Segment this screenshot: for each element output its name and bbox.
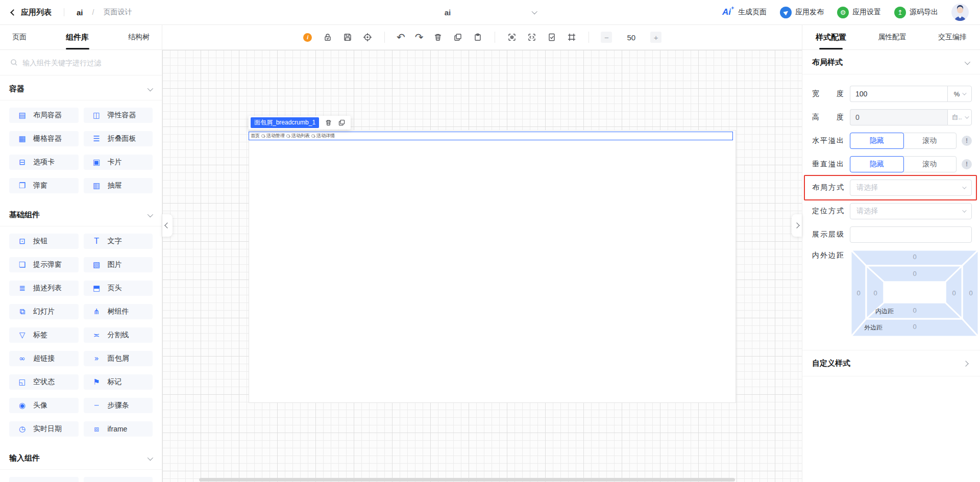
zoom-out-button[interactable]: − <box>601 32 612 43</box>
tab-component-library[interactable]: 组件库 <box>66 25 89 49</box>
tab-interaction[interactable]: 交互编排 <box>938 25 967 49</box>
unlock-icon[interactable] <box>323 32 333 42</box>
margin-top-value[interactable]: 0 <box>913 253 916 261</box>
delete-icon[interactable] <box>433 32 443 42</box>
design-canvas[interactable]: 首页 活动管理 活动列表 活动详情 面包屑_breadcrumb_1 <box>162 50 802 482</box>
padding-bottom-value[interactable]: 0 <box>913 307 916 314</box>
undo-icon[interactable]: ↶ <box>397 32 405 42</box>
z-index-input[interactable] <box>850 226 972 243</box>
horizontal-scrollbar[interactable] <box>199 478 735 481</box>
width-input[interactable] <box>850 86 947 102</box>
app-settings-button[interactable]: ⚙ 应用设置 <box>837 7 881 18</box>
component-card-avatar[interactable]: ◉头像 <box>9 398 79 413</box>
copy-icon[interactable] <box>453 32 463 42</box>
tab-props-config[interactable]: 属性配置 <box>878 25 906 49</box>
target-icon[interactable] <box>362 32 373 42</box>
zoom-in-button[interactable]: + <box>650 32 662 43</box>
artboard-icon[interactable] <box>567 32 577 42</box>
generate-page-button[interactable]: Ai 生成页面 <box>722 7 767 17</box>
position-mode-select[interactable]: 请选择 <box>850 203 972 219</box>
component-card-flex-container[interactable]: ◫弹性容器 <box>84 108 153 123</box>
height-unit-select[interactable]: 自.. <box>947 109 972 125</box>
padding-left-value[interactable]: 0 <box>873 289 877 297</box>
component-card-breadcrumb[interactable]: »面包屑 <box>84 351 153 366</box>
component-card-card[interactable]: ▣卡片 <box>84 155 153 170</box>
component-card-drawer[interactable]: ▥抽屉 <box>84 178 153 193</box>
back-icon[interactable] <box>10 9 17 16</box>
component-card-live-date[interactable]: ◷实时日期 <box>9 421 79 437</box>
duplicate-component-icon[interactable] <box>338 119 346 126</box>
search-input[interactable] <box>22 59 152 67</box>
component-card-tooltip-popup[interactable]: ❏提示弹窗 <box>9 257 79 272</box>
section-input-header[interactable]: 输入组件 <box>0 445 162 470</box>
margin-left-value[interactable]: 0 <box>856 289 860 297</box>
paste-icon[interactable] <box>473 32 483 42</box>
layout-mode-label: 布局方式 <box>812 183 844 192</box>
layout-style-section-header[interactable]: 布局样式 <box>802 50 980 74</box>
collapse-left-panel-handle[interactable] <box>162 214 173 237</box>
info-button[interactable]: i <box>303 32 313 42</box>
component-card-collapse-panel[interactable]: ☰折叠面板 <box>84 131 153 146</box>
page-artboard[interactable] <box>249 130 736 403</box>
component-card-badge[interactable]: ⚑标记 <box>84 374 153 390</box>
layout-mode-select[interactable]: 请选择 <box>850 180 972 196</box>
custom-style-title: 自定义样式 <box>812 359 850 368</box>
component-card[interactable] <box>9 477 79 482</box>
component-card-tag[interactable]: ▽标签 <box>9 327 79 343</box>
padding-top-value[interactable]: 0 <box>913 270 916 277</box>
component-card[interactable] <box>84 477 153 482</box>
component-card-modal[interactable]: ❐弹窗 <box>9 178 79 193</box>
section-basic-header[interactable]: 基础组件 <box>0 201 162 226</box>
component-card-text[interactable]: T文字 <box>84 234 153 249</box>
chevron-down-icon <box>148 454 153 460</box>
box-model-diagram[interactable]: 0 0 0 0 0 0 0 0 内边距 外边距 <box>851 250 978 337</box>
preview-icon[interactable] <box>507 32 517 42</box>
component-card-tree[interactable]: ⋔树组件 <box>84 304 153 319</box>
source-export-button[interactable]: ↥ 源码导出 <box>894 7 938 18</box>
component-card-page-header[interactable]: ⬒页头 <box>84 281 153 296</box>
component-card-empty-state[interactable]: ◱空状态 <box>9 374 79 390</box>
carousel-icon: ⧉ <box>18 307 27 316</box>
tab-structure-tree[interactable]: 结构树 <box>128 25 150 49</box>
component-card-hyperlink[interactable]: ∞超链接 <box>9 351 79 366</box>
save-icon[interactable] <box>342 32 353 42</box>
tab-style-config[interactable]: 样式配置 <box>816 25 846 49</box>
overflow-scroll-option[interactable]: 滚动 <box>903 133 957 148</box>
selected-breadcrumb-component[interactable]: 首页 活动管理 活动列表 活动详情 <box>249 132 733 140</box>
tab-pages[interactable]: 页面 <box>12 25 27 49</box>
page-selector[interactable]: ai <box>445 8 536 17</box>
component-card-image[interactable]: ▧图片 <box>84 257 153 272</box>
overflow-hide-option[interactable]: 隐藏 <box>850 156 904 172</box>
overflow-scroll-option[interactable]: 滚动 <box>903 157 957 172</box>
back-to-app-list[interactable]: 应用列表 <box>21 8 52 17</box>
collapse-right-panel-handle[interactable] <box>792 214 802 237</box>
component-card-carousel[interactable]: ⧉幻灯片 <box>9 304 79 319</box>
custom-style-section-header[interactable]: 自定义样式 <box>802 350 980 376</box>
margin-right-value[interactable]: 0 <box>969 289 972 297</box>
info-icon[interactable]: ! <box>962 159 972 169</box>
padding-right-value[interactable]: 0 <box>952 289 955 297</box>
width-unit-select[interactable]: % <box>947 86 972 102</box>
component-card-steps[interactable]: ┄步骤条 <box>84 398 153 413</box>
chevron-down-icon <box>148 85 153 91</box>
margin-bottom-value[interactable]: 0 <box>913 323 916 331</box>
delete-component-icon[interactable] <box>325 119 332 126</box>
section-containers-header[interactable]: 容器 <box>0 75 162 100</box>
component-card-tabs[interactable]: ⊟选项卡 <box>9 155 79 170</box>
overflow-hide-option[interactable]: 隐藏 <box>850 133 904 149</box>
component-card-divider[interactable]: ≍分割线 <box>84 327 153 343</box>
page-check-icon[interactable] <box>547 32 557 42</box>
info-icon[interactable]: ! <box>962 136 972 146</box>
component-card-button[interactable]: ⊡按钮 <box>9 234 79 249</box>
app-publish-button[interactable]: ▶ 应用发布 <box>780 7 824 18</box>
code-preview-icon[interactable] <box>527 32 537 42</box>
component-card-grid-container[interactable]: ▦栅格容器 <box>9 131 79 146</box>
height-input[interactable] <box>850 109 947 125</box>
component-card-iframe[interactable]: ⧈iframe <box>84 421 153 437</box>
user-avatar[interactable] <box>951 4 969 21</box>
component-card-description-list[interactable]: ≣描述列表 <box>9 281 79 296</box>
component-card-layout-container[interactable]: ▤布局容器 <box>9 108 79 123</box>
generate-page-label: 生成页面 <box>738 8 767 17</box>
chevron-right-icon <box>794 222 799 228</box>
redo-icon[interactable]: ↷ <box>415 32 424 42</box>
